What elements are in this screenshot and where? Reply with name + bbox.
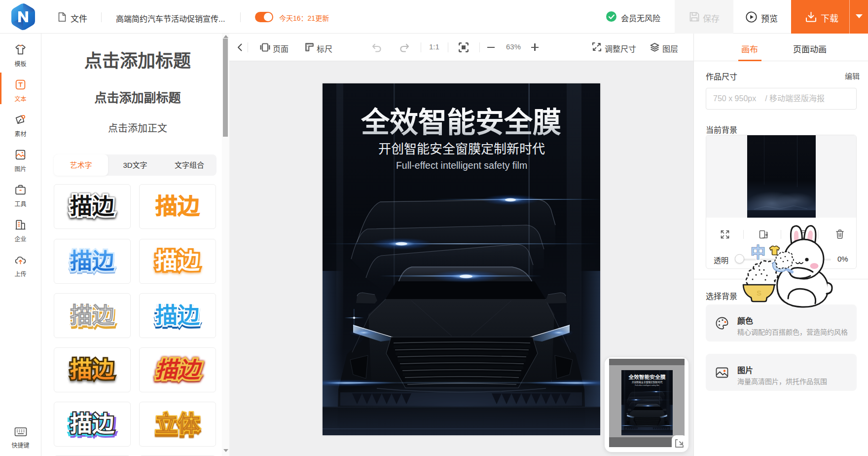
svg-text:开创智能安全窗膜定制新时代: 开创智能安全窗膜定制新时代 (378, 142, 545, 156)
svg-text:S: S (757, 289, 761, 297)
svg-text:Full-effect intelligent safety: Full-effect intelligent safety film (396, 160, 527, 171)
svg-text:全效智能安全膜: 全效智能安全膜 (361, 106, 561, 138)
svg-text:中: 中 (751, 244, 765, 261)
